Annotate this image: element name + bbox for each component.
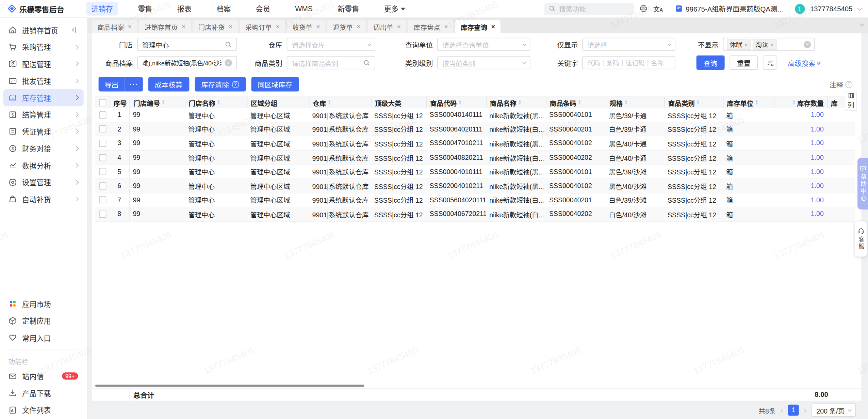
stock-qty-link[interactable]: 1.00 [811, 139, 824, 147]
column-header-库存数量[interactable]: ▲▼库存数量 [774, 97, 827, 108]
tab-close-icon[interactable]: × [397, 23, 401, 30]
tab-库存盘点[interactable]: 库存盘点× [408, 20, 453, 33]
filter-settings-button[interactable] [763, 56, 777, 70]
sidebar-item-app-market[interactable]: 应用市场 [3, 295, 84, 312]
customer-service-button[interactable]: 客服 [855, 221, 867, 257]
sidebar-item-files[interactable]: 文件列表 [3, 402, 84, 419]
account-chevron-down-icon[interactable] [857, 6, 862, 11]
tabbar-chevron-down-icon[interactable] [859, 21, 864, 26]
stock-qty-link[interactable]: 1.00 [811, 168, 824, 175]
tab-close-icon[interactable]: × [357, 23, 360, 30]
sort-caret-icon[interactable]: ▲▼ [217, 100, 220, 105]
sidebar-item-wholesale[interactable]: 批发管理 [3, 72, 84, 89]
tab-门店补货[interactable]: 门店补货× [193, 20, 238, 33]
export-button[interactable]: 导出 ··· [99, 77, 143, 91]
sidebar-item-downloads[interactable]: 产品下载 [3, 385, 84, 402]
sort-caret-icon[interactable]: ▲▼ [697, 100, 700, 105]
column-header-门店编号[interactable]: 门店编号▲▼ [130, 97, 185, 108]
column-header-商品条码[interactable]: 商品条码▲▼ [546, 97, 606, 108]
tab-close-icon[interactable]: × [128, 23, 132, 30]
horizontal-scrollbar[interactable] [95, 385, 364, 387]
advanced-search-link[interactable]: 高级搜索 [788, 57, 820, 68]
row-checkbox[interactable] [99, 211, 106, 218]
sidebar-item-custom-app[interactable]: 定制应用 [3, 312, 84, 329]
nav-more[interactable]: 更多 [379, 2, 410, 16]
tab-进销存首页[interactable]: 进销存首页× [139, 20, 191, 33]
clear-icon[interactable]: × [804, 41, 811, 48]
stock-qty-link[interactable]: 1.00 [811, 154, 824, 161]
global-search-input[interactable]: 搜索功能 [544, 2, 634, 15]
keyword-input[interactable]: 代码｜条码｜速记码｜名称 [583, 56, 675, 69]
annotation-toggle[interactable]: 注释 ? [829, 79, 852, 90]
store-input[interactable]: 管理中心 [137, 38, 237, 51]
column-settings-button[interactable]: 列 [845, 91, 857, 111]
row-checkbox[interactable] [99, 111, 106, 119]
row-checkbox[interactable] [99, 182, 106, 189]
category-level-select[interactable]: 按当前类别 [437, 56, 530, 69]
row-checkbox[interactable] [99, 197, 106, 204]
nav-baobiao[interactable]: 报表 [172, 2, 197, 16]
row-checkbox[interactable] [99, 125, 106, 133]
page-size-select[interactable]: 200 条/页 [812, 403, 856, 417]
category-input[interactable]: 请选择商品类别 [287, 56, 375, 69]
translate-icon[interactable]: 文A [653, 4, 663, 13]
collapse-sidebar-icon[interactable] [69, 26, 78, 34]
sort-caret-icon[interactable]: ▲▼ [578, 100, 582, 105]
export-more-button[interactable]: ··· [125, 80, 143, 88]
tab-调出单[interactable]: 调出单× [368, 20, 407, 33]
cost-accounting-button[interactable]: 成本核算 [148, 77, 189, 91]
prev-page-button[interactable]: ‹ [781, 406, 783, 414]
printer-icon[interactable] [640, 4, 648, 13]
sidebar-item-settlement[interactable]: $ 结算管理 [3, 106, 84, 123]
stock-qty-link[interactable]: 1.00 [811, 196, 824, 204]
stock-qty-link[interactable]: 1.00 [811, 111, 824, 119]
tag-close-icon[interactable]: × [770, 41, 774, 47]
tab-close-icon[interactable]: × [229, 23, 232, 30]
tag-dormant[interactable]: 休眠× [727, 39, 751, 50]
sidebar-item-finance[interactable]: $ 财务对接 [3, 140, 84, 157]
tab-close-icon[interactable]: × [491, 23, 495, 30]
sort-caret-icon[interactable]: ▲▼ [162, 100, 165, 105]
tab-close-icon[interactable]: × [182, 23, 185, 30]
tag-obsolete[interactable]: 淘汰× [753, 39, 776, 50]
sort-caret-icon[interactable]: ▲▼ [792, 100, 796, 105]
sort-caret-icon[interactable]: ▲▼ [624, 100, 628, 105]
row-checkbox[interactable] [99, 154, 106, 161]
stock-qty-link[interactable]: 1.00 [811, 125, 824, 133]
tab-close-icon[interactable]: × [316, 23, 320, 30]
nav-xinlingshou[interactable]: 新零售 [333, 2, 364, 16]
tab-采购订单[interactable]: 采购订单× [240, 20, 285, 33]
tab-商品档案[interactable]: 商品档案× [92, 20, 137, 33]
column-header-商品名称[interactable]: 商品名称▲▼ [486, 97, 546, 108]
store-switcher[interactable]: 99675-A组新界面果蔬版QA测... [675, 3, 783, 14]
sidebar-item-voucher[interactable]: 凭证管理 [3, 123, 84, 140]
stock-qty-link[interactable]: 1.00 [811, 210, 824, 218]
product-input[interactable]: 难),niike新款短袖(黑色/40/沙滩) × [137, 56, 237, 69]
nav-wms[interactable]: WMS [290, 3, 318, 14]
column-header-库存单位[interactable]: 库存单位▲▼ [723, 97, 774, 108]
sort-caret-icon[interactable]: ▲▼ [328, 100, 331, 105]
column-header-商品类别[interactable]: 商品类别▲▼ [664, 97, 723, 108]
stock-clear-button[interactable]: 库存清除 ? [195, 77, 246, 91]
sidebar-item-replenish[interactable]: 自动补货 [3, 191, 84, 208]
query-button[interactable]: 查询 [697, 56, 725, 70]
sidebar-item-inventory[interactable]: 库存管理 [3, 89, 84, 106]
column-header-门店名称[interactable]: 门店名称▲▼ [185, 97, 247, 108]
row-checkbox[interactable] [99, 168, 106, 175]
hide-tags-input[interactable]: 休眠× 淘汰× × [723, 38, 815, 51]
column-header-规格[interactable]: 规格▲▼ [606, 97, 664, 108]
sidebar-item-delivery[interactable]: 配送管理 [3, 56, 84, 73]
current-page-button[interactable]: 1 [788, 405, 799, 416]
tab-close-icon[interactable]: × [276, 23, 279, 30]
sort-caret-icon[interactable]: ▲▼ [518, 100, 522, 105]
query-unit-select[interactable]: 请选择查询单位 [437, 38, 530, 51]
column-header-商品代码[interactable]: 商品代码▲▼ [426, 97, 486, 108]
sidebar-item-messages[interactable]: 站内信 99+ [3, 368, 84, 385]
app-logo[interactable]: 乐檬零售后台 [0, 3, 83, 14]
column-header-仓库[interactable]: 仓库▲▼ [309, 97, 371, 108]
select-all-checkbox[interactable] [99, 99, 106, 106]
tab-库存查询[interactable]: 库存查询× [455, 20, 501, 33]
sidebar-item-favorites[interactable]: 常用入口 [3, 329, 84, 346]
next-page-button[interactable]: › [804, 406, 806, 414]
tab-退货单[interactable]: 退货单× [327, 20, 366, 33]
